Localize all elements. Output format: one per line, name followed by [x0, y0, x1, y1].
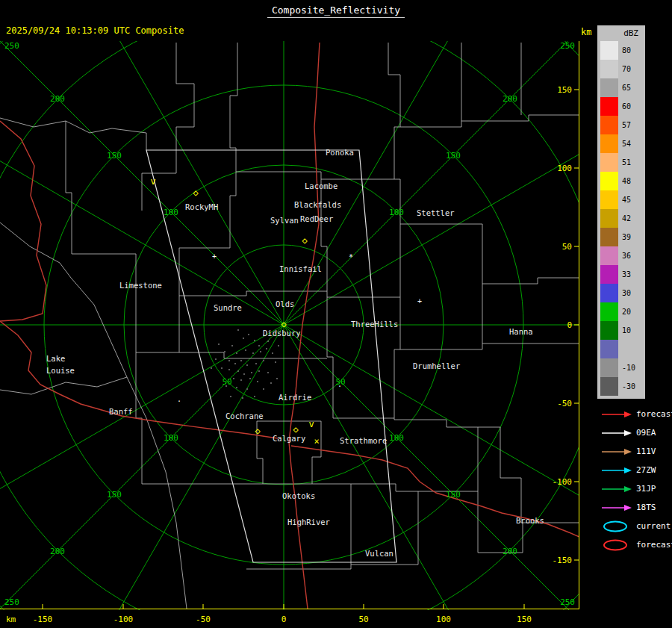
place-label-calgary: Calgary	[273, 434, 305, 443]
reflectivity-colorbar: dBZ 80706560575451484542393633302010-10-…	[597, 25, 645, 399]
site-marker-diamond: ◇	[255, 426, 261, 436]
timestamp: 2025/09/24 10:13:09 UTC Composite	[6, 25, 184, 36]
arrow-head	[624, 486, 632, 492]
colorbar-value: 36	[622, 252, 631, 260]
arrow-marker: v	[308, 419, 314, 429]
colorbar-value: 48	[622, 177, 631, 185]
bottom-axis-label: 50	[358, 615, 368, 624]
right-axis-label: -50	[557, 399, 572, 408]
point-marker: +	[212, 252, 217, 261]
colorbar-value: 65	[622, 84, 631, 92]
title-bar: Composite_Reflectivity	[0, 2, 672, 16]
right-axis-label: -150	[553, 556, 573, 565]
boundary-line	[394, 420, 579, 523]
boundary-line	[179, 291, 400, 297]
place-label-sundre: Sundre	[214, 303, 242, 312]
radial-line	[67, 325, 284, 610]
legend-item-current: current	[597, 517, 672, 535]
radar-echo	[263, 388, 264, 390]
point-marker: .	[177, 395, 181, 403]
bottom-axis: km -150-100-50050100150	[0, 610, 579, 628]
colorbar-value: 33	[622, 270, 631, 279]
ring-distance-label: 150	[446, 151, 461, 161]
boundary-line	[400, 115, 579, 127]
ring-distance-label: 100	[389, 433, 404, 443]
colorbar-value: 42	[622, 214, 631, 223]
place-label-olds: Olds	[276, 299, 294, 308]
colorbar-value: 57	[622, 121, 631, 129]
boundary-line	[400, 343, 579, 349]
colorbar-entry: 80	[597, 41, 645, 60]
colorbar-value: 60	[622, 102, 631, 111]
radar-echo	[249, 378, 251, 379]
place-label-lake: Lake	[46, 354, 65, 363]
place-label-cochrane: Cochrane	[225, 411, 264, 420]
colorbar-swatch	[600, 190, 618, 209]
place-label-lacombe: Lacombe	[305, 181, 337, 190]
colorbar-entry: 70	[597, 60, 645, 78]
colorbar-swatch	[600, 97, 618, 116]
place-label-banff: Banff	[109, 407, 133, 416]
arrow-icon	[600, 408, 633, 420]
radar-echo	[251, 372, 252, 373]
place-label-blackfalds: Blackfalds	[294, 200, 341, 209]
right-axis-label: -100	[553, 477, 573, 487]
right-axis-label: 100	[557, 164, 572, 173]
radar-echo	[225, 385, 227, 387]
place-label-ponoka: Ponoka	[326, 148, 354, 157]
arrow-icon	[600, 464, 633, 476]
colorbar-entry: 20	[597, 302, 645, 321]
radar-echo	[260, 351, 261, 352]
ring-distance-label: 200	[50, 94, 65, 104]
ellipse-icon	[600, 520, 633, 532]
ring-distance-label: 100	[389, 208, 404, 217]
colorbar-title: dBZ	[597, 27, 645, 41]
legend-label: forecast	[636, 409, 672, 419]
radar-echo	[231, 345, 233, 346]
colorbar-value: 51	[622, 158, 631, 167]
boundary-line	[71, 278, 187, 609]
radar-echo	[267, 341, 269, 342]
ring-distance-label: 100	[164, 208, 178, 217]
colorbar-rows: 80706560575451484542393633302010-10-30	[597, 41, 645, 396]
colorbar-entry: 57	[597, 116, 645, 134]
boundary-line	[0, 377, 127, 394]
radar-echo	[276, 378, 278, 379]
radar-echo	[267, 372, 269, 373]
ring-distance-label: 250	[4, 597, 19, 607]
radar-echo	[246, 388, 248, 390]
colorbar-entry: -30	[597, 377, 645, 396]
radar-echo	[237, 329, 239, 331]
radar-echo	[252, 352, 254, 354]
bottom-axis-unit-label: km	[6, 615, 16, 624]
colorbar-value: 10	[622, 326, 631, 335]
right-axis-unit-label: km	[581, 27, 591, 37]
place-label-airdrie: Airdrie	[279, 393, 311, 402]
radar-echo	[263, 360, 264, 361]
bottom-axis-label: 0	[281, 615, 287, 624]
radar-map[interactable]: 2502001501001001502002505050100100150150…	[0, 41, 579, 610]
bottom-axis-label: -150	[33, 615, 53, 624]
point-marker: *	[349, 253, 353, 261]
radial-line	[0, 108, 284, 325]
colorbar-swatch	[600, 60, 618, 78]
x-marker: ×	[314, 436, 319, 447]
boundary-line	[66, 121, 136, 254]
ring-distance-label: 250	[560, 597, 575, 607]
radar-echo	[255, 363, 257, 364]
colorbar-swatch	[600, 340, 618, 358]
colorbar-entry: 54	[597, 134, 645, 153]
radar-echo	[228, 360, 230, 361]
radar-echo	[236, 352, 237, 354]
bottom-axis-label: 150	[517, 615, 532, 624]
right-axis-label: 0	[567, 320, 572, 330]
highway-line	[0, 121, 46, 321]
radar-echo	[215, 358, 217, 360]
radar-echo	[240, 379, 242, 381]
scan-area-outline	[146, 150, 396, 562]
place-label-rockymh: RockyMH	[185, 202, 218, 211]
place-label-brooks: Brooks	[516, 516, 544, 525]
radar-echo	[221, 367, 223, 369]
site-marker-diamond: ◇	[193, 187, 199, 198]
radar-echo	[258, 370, 260, 372]
